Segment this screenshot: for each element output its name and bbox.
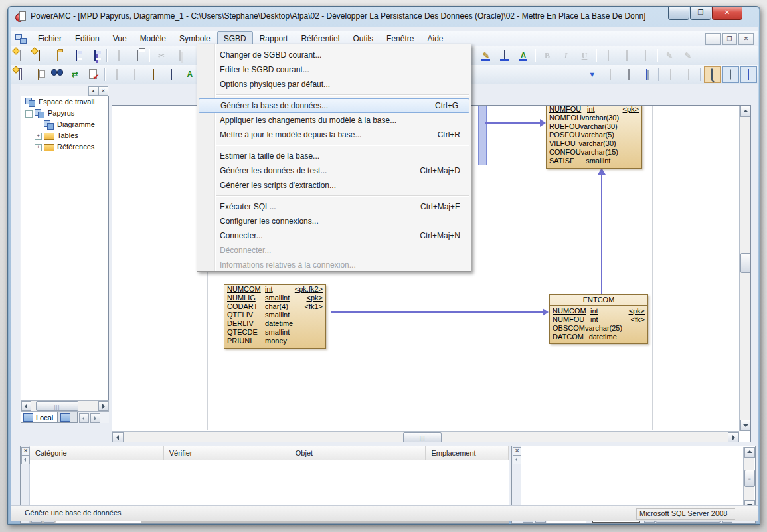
- scroll-left-button[interactable]: [21, 401, 31, 411]
- column-verifier[interactable]: Vérifier: [164, 446, 290, 460]
- scroll-right-button[interactable]: [728, 432, 739, 442]
- filter-button[interactable]: ▼: [584, 66, 600, 83]
- tab-repository[interactable]: [58, 412, 78, 423]
- menu-modele[interactable]: Modèle: [133, 31, 173, 46]
- menu-item-estimer-taille[interactable]: Estimer la taille de la base...: [197, 149, 471, 163]
- scroll-thumb[interactable]: |||: [36, 401, 78, 411]
- new-diagram-button[interactable]: [12, 66, 29, 83]
- ligcom-table-symbol[interactable]: NUMCOMint<pk,fk2> NUMLIGsmallint<pk> COD…: [224, 284, 326, 349]
- mdi-close-button[interactable]: ✕: [738, 33, 754, 45]
- scroll-up-button[interactable]: [744, 447, 755, 458]
- format-brush-button[interactable]: [145, 66, 161, 83]
- menu-item-editer-sgbd[interactable]: Editer le SGBD courant...: [197, 62, 471, 77]
- new-button[interactable]: [12, 48, 29, 64]
- scroll-left-button[interactable]: [112, 432, 124, 442]
- browse-pages-button[interactable]: [638, 66, 655, 83]
- toolbar2-button-6[interactable]: [108, 66, 125, 83]
- link-button[interactable]: ✎: [661, 48, 678, 64]
- entcom-table-symbol[interactable]: ENTCOM NUMCOMint<pk> NUMFOUint<fk> OBSCO…: [549, 294, 648, 344]
- tree-horizontal-scrollbar[interactable]: |||: [21, 400, 109, 412]
- title-bar[interactable]: PowerAMC - [MPD Papyrus, Diagramme_1 - C…: [8, 7, 760, 27]
- fill-style-button[interactable]: [163, 66, 180, 83]
- tab-local[interactable]: Local: [21, 412, 58, 423]
- drag-grip[interactable]: [21, 90, 85, 92]
- menu-item-options-physiques[interactable]: Options physiques par défaut...: [197, 77, 471, 92]
- tab-scroll-right-button[interactable]: [90, 413, 100, 423]
- scroll-thumb[interactable]: ≡: [744, 470, 755, 487]
- scroll-thumb[interactable]: |||: [403, 432, 442, 442]
- collapse-expander-icon[interactable]: -: [25, 110, 33, 118]
- overview-button[interactable]: [704, 66, 721, 83]
- align-right-button[interactable]: [637, 48, 654, 64]
- menu-item-generer-donnees-test[interactable]: Générer les données de test...Ctrl+Maj+D: [197, 163, 471, 178]
- print-button[interactable]: [129, 48, 146, 64]
- new-page-button[interactable]: [620, 66, 637, 83]
- notes-button[interactable]: [722, 66, 738, 83]
- menu-item-generer-base[interactable]: Générer la base de données...Ctrl+G: [199, 98, 469, 113]
- panel-collapse-button[interactable]: [21, 456, 30, 464]
- menu-item-appliquer-changements[interactable]: Appliquer les changements du modèle à la…: [197, 113, 471, 128]
- font-button[interactable]: A: [181, 66, 198, 83]
- maximize-button[interactable]: ❐: [690, 7, 711, 20]
- column-emplacement[interactable]: Emplacement: [426, 446, 509, 460]
- toolbar2-button-16[interactable]: [680, 66, 697, 83]
- output-vertical-scrollbar[interactable]: ≡: [743, 447, 754, 511]
- tree-item-model[interactable]: - Papyrus: [21, 108, 108, 119]
- panel-close-button[interactable]: ✕: [513, 447, 521, 456]
- font-color-button[interactable]: A: [515, 48, 532, 64]
- reference-line-ligcom-entcom[interactable]: [331, 311, 544, 313]
- column-categorie[interactable]: Catégorie: [30, 446, 164, 460]
- scroll-up-button[interactable]: [740, 106, 751, 117]
- mdi-minimize-button[interactable]: —: [705, 33, 721, 45]
- align-center-button[interactable]: [618, 48, 636, 64]
- pin-button[interactable]: ▲: [88, 86, 98, 96]
- fournis-table-symbol[interactable]: NUMFOUint<pk> NOMFOUvarchar(30) RUEFOUva…: [546, 105, 642, 169]
- menu-item-executer-sql[interactable]: Exécuter SQL...Ctrl+Maj+E: [197, 199, 471, 214]
- reference-line-entcom-fournis[interactable]: [601, 173, 602, 294]
- save-button[interactable]: [68, 48, 85, 64]
- output-text-area[interactable]: [521, 447, 744, 511]
- reference-connector-selected[interactable]: [478, 106, 487, 165]
- fill-color-button[interactable]: [496, 48, 513, 64]
- scroll-down-button[interactable]: [740, 420, 751, 431]
- toolbar2-button-7[interactable]: [127, 66, 143, 83]
- cut-button[interactable]: ✂: [153, 48, 170, 64]
- minimize-button[interactable]: —: [668, 7, 689, 20]
- properties-grid-button[interactable]: [740, 66, 757, 83]
- save-all-button[interactable]: [86, 48, 104, 64]
- print-preview-button[interactable]: [110, 48, 128, 64]
- tree-item-diagram[interactable]: Diagramme: [21, 119, 108, 130]
- menu-item-connecter[interactable]: Connecter...Ctrl+Maj+N: [197, 228, 471, 243]
- workspace-tree[interactable]: Espace de travail - Papyrus Diagramme + …: [21, 96, 109, 402]
- refresh-button[interactable]: ⇄: [66, 66, 83, 83]
- menu-item-configurer-connexions[interactable]: Configurer les connexions...: [197, 214, 471, 228]
- browser-panel-header[interactable]: ▲ ✕: [20, 86, 109, 95]
- unlink-button[interactable]: ✎: [679, 48, 697, 64]
- open-button[interactable]: [49, 48, 66, 64]
- reference-line[interactable]: [485, 122, 541, 124]
- open-model-button[interactable]: [31, 48, 48, 64]
- tree-item-tables[interactable]: + Tables: [21, 130, 108, 141]
- italic-button[interactable]: I: [557, 48, 574, 64]
- underline-button[interactable]: U: [576, 48, 593, 64]
- check-model-button[interactable]: ✔: [85, 66, 102, 83]
- scroll-thumb[interactable]: [740, 253, 751, 273]
- panel-collapse-button[interactable]: [513, 456, 521, 464]
- menu-item-mettre-a-jour[interactable]: Mettre à jour le modèle depuis la base..…: [197, 128, 471, 142]
- tree-item-references[interactable]: + Références: [21, 141, 108, 153]
- mdi-restore-button[interactable]: ❐: [722, 33, 737, 45]
- panel-close-button[interactable]: ✕: [21, 447, 30, 456]
- expand-expander-icon[interactable]: +: [35, 144, 42, 151]
- menu-item-changer-sgbd[interactable]: Changer de SGBD courant...: [197, 48, 471, 62]
- copy-button[interactable]: [171, 48, 189, 64]
- find-button[interactable]: [48, 66, 65, 83]
- panel-close-button[interactable]: ✕: [98, 86, 108, 96]
- canvas-horizontal-scrollbar[interactable]: |||: [112, 431, 739, 442]
- canvas-vertical-scrollbar[interactable]: [739, 106, 750, 431]
- toolbar2-button-12[interactable]: [602, 66, 619, 83]
- menu-item-generer-scripts[interactable]: Générer les scripts d'extraction...: [197, 178, 471, 193]
- paste-special-button[interactable]: [30, 66, 46, 83]
- tree-item-workspace[interactable]: Espace de travail: [21, 96, 108, 108]
- menu-edition[interactable]: Edition: [68, 31, 106, 46]
- scroll-right-button[interactable]: [98, 401, 108, 411]
